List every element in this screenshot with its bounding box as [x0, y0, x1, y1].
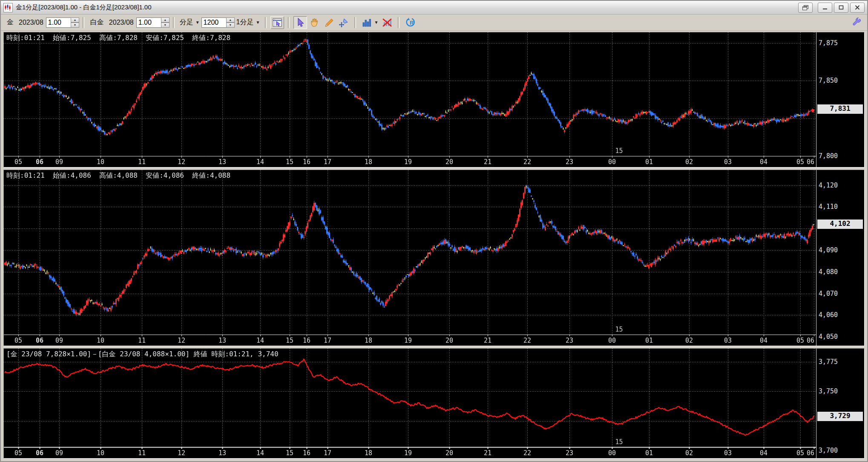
cursor-icon: [295, 17, 305, 28]
svg-text:R: R: [410, 20, 414, 26]
y-axis-label: 7,850: [819, 77, 838, 84]
close-icon: [855, 5, 860, 10]
windows-cascade-button[interactable]: [798, 3, 813, 13]
gold-month-value[interactable]: 2023/08: [19, 19, 43, 26]
reset-icon: R: [405, 17, 416, 28]
y-axis-label: 7,875: [819, 39, 838, 47]
dropdown-arrow-icon[interactable]: ▼: [374, 20, 378, 25]
y-axis-label: 4,070: [819, 290, 838, 297]
minimize-icon: [822, 6, 828, 10]
last-price-badge: 7,831: [817, 104, 863, 114]
timeframe-dropdown[interactable]: 1分足 ▼: [236, 18, 260, 27]
bar-count-input[interactable]: [201, 17, 226, 28]
cursor-tool-button[interactable]: [293, 16, 307, 29]
toolbar: 金 2023/08 ▲ ▼ 白金 2023/08 ▲ ▼ 分足 ▼ ▲: [1, 14, 867, 31]
spin-up-icon[interactable]: ▲: [161, 17, 170, 23]
spread-chart-canvas[interactable]: [4, 349, 816, 458]
toolbar-separator: [354, 17, 356, 28]
chart-select-tool-button[interactable]: [270, 16, 284, 29]
chart-panel-gold: 時刻:01:21 始値:7,825 高値:7,828 安値:7,825 終値:7…: [3, 32, 865, 167]
spin-down-icon[interactable]: ▼: [161, 23, 170, 28]
y-axis-label: 4,050: [819, 333, 838, 341]
spin-up-icon[interactable]: ▲: [71, 17, 79, 23]
move-line-tool-button[interactable]: [337, 16, 351, 29]
platinum-multiplier-input[interactable]: [136, 17, 161, 28]
y-axis-label: 3,775: [819, 358, 838, 366]
platinum-plot-area: 時刻:01:21 始値:4,086 高値:4,088 安値:4,086 終値:4…: [4, 170, 816, 346]
gold-plot-area: 時刻:01:21 始値:7,825 高値:7,828 安値:7,825 終値:7…: [4, 32, 816, 167]
maximize-button[interactable]: [834, 3, 848, 13]
spin-up-icon[interactable]: ▲: [226, 17, 235, 23]
spin-down-icon[interactable]: ▼: [226, 23, 235, 28]
chart-panel-spread: [金 23/08 7,828×1.00]－[白金 23/08 4,088×1.0…: [3, 348, 865, 459]
y-axis-label: 3,750: [819, 387, 838, 395]
toolbar-separator: [173, 17, 175, 28]
gold-info-line: 時刻:01:21 始値:7,825 高値:7,828 安値:7,825 終値:7…: [6, 34, 230, 43]
cascade-windows-icon: [802, 5, 808, 10]
y-axis-label: 7,800: [819, 152, 838, 160]
y-axis-label: 4,120: [819, 182, 838, 189]
platinum-chart-canvas[interactable]: [4, 170, 816, 346]
y-axis-label: 3,700: [819, 447, 838, 454]
title-bar[interactable]: 金1分足[2023/08]1.00 - 白金1分足[2023/08]1.00: [1, 1, 867, 14]
dropdown-arrow-icon: ▼: [256, 20, 260, 25]
y-axis-label: 4,090: [819, 246, 838, 254]
reset-chart-button[interactable]: R: [403, 16, 417, 29]
y-axis-label: 4,080: [819, 268, 838, 276]
platinum-price-axis[interactable]: 4,1204,1104,0904,0804,0704,0604,0504,102: [816, 170, 864, 346]
platinum-label: 白金: [90, 18, 104, 27]
app-candlestick-icon: [3, 3, 13, 12]
platinum-info-line: 時刻:01:21 始値:4,086 高値:4,088 安値:4,086 終値:4…: [6, 171, 230, 180]
last-price-badge: 4,102: [817, 219, 863, 229]
pen-move-icon: [339, 17, 349, 28]
spread-info-line: [金 23/08 7,828×1.00]－[白金 23/08 4,088×1.0…: [6, 350, 279, 359]
gold-price-axis[interactable]: 7,8757,8507,8007,831: [816, 32, 864, 167]
settings-button[interactable]: [850, 16, 863, 29]
bar-type-dropdown[interactable]: 分足 ▼: [180, 18, 200, 27]
window-title: 金1分足[2023/08]1.00 - 白金1分足[2023/08]1.00: [16, 3, 798, 12]
bar-type-label: 分足: [180, 18, 193, 27]
toolbar-separator: [288, 17, 290, 28]
gold-label: 金: [7, 18, 14, 27]
chart-select-icon: [272, 17, 282, 28]
y-axis-label: 4,110: [819, 203, 838, 211]
pencil-icon: [324, 17, 334, 28]
y-axis-label: 4,060: [819, 311, 838, 319]
delete-chart-icon: [382, 17, 392, 28]
platinum-multiplier-stepper[interactable]: ▲ ▼: [136, 17, 170, 28]
spread-plot-area: [金 23/08 7,828×1.00]－[白金 23/08 4,088×1.0…: [4, 349, 816, 458]
maximize-icon: [839, 5, 844, 10]
timeframe-label: 1分足: [236, 18, 254, 27]
pan-tool-button[interactable]: [308, 16, 322, 29]
spread-price-axis[interactable]: 3,7753,7503,7003,729: [816, 349, 864, 458]
close-button[interactable]: [850, 3, 865, 13]
chart-style-button[interactable]: [360, 16, 374, 29]
gold-multiplier-stepper[interactable]: ▲ ▼: [46, 17, 79, 28]
delete-chart-button[interactable]: [380, 16, 394, 29]
chart-panels: 時刻:01:21 始値:7,825 高値:7,828 安値:7,825 終値:7…: [1, 31, 867, 461]
toolbar-separator: [398, 17, 400, 28]
gold-chart-canvas[interactable]: [4, 32, 816, 167]
app-window: 金1分足[2023/08]1.00 - 白金1分足[2023/08]1.00: [0, 0, 868, 462]
chart-panel-platinum: 時刻:01:21 始値:4,086 高値:4,088 安値:4,086 終値:4…: [3, 170, 865, 346]
bar-count-stepper[interactable]: ▲ ▼: [201, 17, 235, 28]
dropdown-arrow-icon: ▼: [195, 20, 200, 25]
platinum-month-value[interactable]: 2023/08: [109, 19, 134, 26]
last-price-badge: 3,729: [817, 412, 863, 421]
bar-chart-icon: [362, 17, 372, 28]
hand-icon: [310, 17, 320, 28]
spin-down-icon[interactable]: ▼: [71, 23, 79, 28]
wrench-icon: [851, 17, 862, 28]
minimize-button[interactable]: [818, 3, 832, 13]
draw-line-tool-button[interactable]: [322, 16, 336, 29]
gold-multiplier-input[interactable]: [46, 17, 71, 28]
toolbar-separator: [265, 17, 267, 28]
toolbar-separator: [83, 17, 84, 28]
